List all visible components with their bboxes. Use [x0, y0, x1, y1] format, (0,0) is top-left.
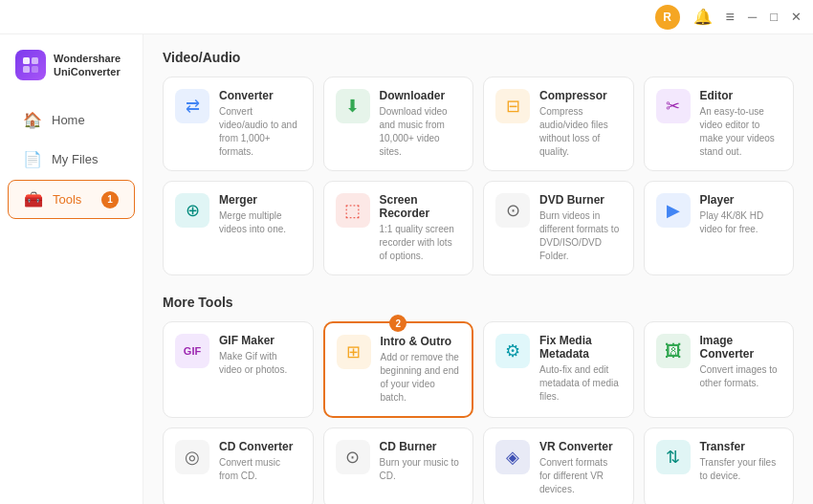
maximize-button[interactable]: □ [770, 10, 778, 24]
tool-editor[interactable]: ✂ Editor An easy-to-use video editor to … [644, 77, 795, 171]
cd-burner-name: CD Burner [380, 440, 462, 453]
sidebar-item-tools[interactable]: 🧰 Tools 1 [8, 180, 135, 219]
logo-icon [15, 50, 46, 80]
vr-converter-icon: ◈ [495, 440, 530, 474]
tool-player[interactable]: ▶ Player Play 4K/8K HD video for free. [644, 181, 795, 275]
transfer-name: Transfer [700, 440, 782, 453]
more-tools-title: More Tools [163, 295, 794, 310]
dvd-burner-name: DVD Burner [539, 193, 622, 207]
tools-badge: 1 [101, 191, 119, 208]
fix-media-name: Fix Media Metadata [539, 334, 622, 361]
sidebar-item-home[interactable]: 🏠 Home [8, 101, 135, 139]
editor-name: Editor [700, 89, 782, 102]
converter-name: Converter [219, 89, 301, 102]
gif-maker-desc: Make Gif with video or photos. [219, 350, 301, 377]
vr-converter-desc: Convert formats for different VR devices… [539, 456, 622, 496]
compressor-name: Compressor [539, 89, 622, 102]
screen-recorder-icon: ⬚ [336, 193, 370, 228]
sidebar-item-label: Home [52, 113, 85, 127]
tool-gif-maker[interactable]: GIF GIF Maker Make Gif with video or pho… [163, 321, 314, 418]
tool-merger[interactable]: ⊕ Merger Merge multiple videos into one. [163, 181, 314, 275]
player-desc: Play 4K/8K HD video for free. [700, 209, 782, 236]
sidebar-item-myfiles[interactable]: 📄 My Files [8, 141, 135, 178]
app-body: Wondershare UniConverter 🏠 Home 📄 My Fil… [0, 34, 813, 504]
tool-cd-converter[interactable]: ◎ CD Converter Convert music from CD. [163, 427, 314, 504]
tool-fix-media[interactable]: ⚙ Fix Media Metadata Auto-fix and edit m… [483, 321, 634, 418]
home-icon: 🏠 [23, 111, 42, 129]
intro-outro-badge: 2 [389, 315, 406, 332]
user-avatar[interactable]: R [655, 5, 680, 30]
tool-converter[interactable]: ⇄ Converter Convert video/audio to and f… [163, 77, 314, 171]
merger-desc: Merge multiple videos into one. [219, 209, 301, 236]
svg-rect-1 [32, 57, 38, 64]
svg-rect-0 [23, 57, 30, 64]
tool-downloader[interactable]: ⬇ Downloader Download video and music fr… [323, 77, 474, 171]
app-logo: Wondershare UniConverter [0, 50, 143, 99]
image-converter-desc: Convert images to other formats. [700, 363, 782, 390]
merger-name: Merger [219, 193, 301, 207]
compressor-desc: Compress audio/video files without loss … [539, 105, 622, 159]
video-audio-section: Video/Audio ⇄ Converter Convert video/au… [163, 50, 794, 275]
svg-rect-2 [23, 66, 30, 73]
tool-cd-burner[interactable]: ⊙ CD Burner Burn your music to CD. [323, 427, 474, 504]
more-tools-grid: GIF GIF Maker Make Gif with video or pho… [163, 321, 794, 504]
tools-icon: 🧰 [24, 190, 43, 208]
compressor-icon: ⊟ [495, 89, 530, 123]
downloader-icon: ⬇ [336, 89, 370, 123]
editor-desc: An easy-to-use video editor to make your… [700, 105, 782, 159]
cd-burner-desc: Burn your music to CD. [380, 456, 462, 483]
video-audio-grid: ⇄ Converter Convert video/audio to and f… [163, 77, 794, 275]
tool-transfer[interactable]: ⇅ Transfer Transfer your files to device… [644, 427, 795, 504]
logo-text: Wondershare UniConverter [54, 52, 121, 79]
sidebar-item-label: My Files [52, 152, 98, 166]
tool-dvd-burner[interactable]: ⊙ DVD Burner Burn videos in different fo… [483, 181, 634, 275]
merger-icon: ⊕ [175, 193, 209, 228]
tool-intro-outro[interactable]: 2 ⊞ Intro & Outro Add or remove the begi… [323, 321, 474, 418]
converter-icon: ⇄ [175, 89, 209, 123]
cd-converter-desc: Convert music from CD. [219, 456, 301, 483]
tool-vr-converter[interactable]: ◈ VR Converter Convert formats for diffe… [483, 427, 634, 504]
gif-maker-icon: GIF [175, 334, 209, 368]
downloader-name: Downloader [380, 89, 462, 102]
image-converter-icon: 🖼 [656, 334, 691, 368]
converter-desc: Convert video/audio to and from 1,000+ f… [219, 105, 301, 159]
dvd-burner-icon: ⊙ [495, 193, 530, 228]
titlebar-controls: R 🔔 ≡ ─ □ ✕ [655, 5, 802, 30]
video-audio-title: Video/Audio [163, 50, 794, 65]
svg-rect-3 [32, 66, 38, 73]
player-icon: ▶ [656, 193, 691, 228]
minimize-button[interactable]: ─ [748, 10, 757, 24]
downloader-desc: Download video and music from 10,000+ vi… [380, 105, 462, 159]
sidebar-nav: 🏠 Home 📄 My Files 🧰 Tools 1 [0, 101, 143, 219]
tool-screen-recorder[interactable]: ⬚ Screen Recorder 1:1 quality screen rec… [323, 181, 474, 275]
hamburger-icon[interactable]: ≡ [726, 9, 735, 26]
fix-media-icon: ⚙ [495, 334, 530, 368]
close-button[interactable]: ✕ [791, 10, 802, 24]
sidebar: Wondershare UniConverter 🏠 Home 📄 My Fil… [0, 34, 143, 504]
fix-media-desc: Auto-fix and edit metadata of media file… [539, 363, 622, 404]
titlebar: R 🔔 ≡ ─ □ ✕ [0, 0, 813, 34]
intro-outro-icon: ⊞ [337, 335, 371, 369]
content-area: Video/Audio ⇄ Converter Convert video/au… [143, 34, 813, 504]
sidebar-item-label: Tools [53, 192, 81, 207]
vr-converter-name: VR Converter [539, 440, 622, 453]
files-icon: 📄 [23, 150, 42, 168]
transfer-desc: Transfer your files to device. [700, 456, 782, 483]
player-name: Player [700, 193, 782, 207]
gif-maker-name: GIF Maker [219, 334, 301, 347]
intro-outro-desc: Add or remove the beginning and end of y… [381, 351, 461, 405]
tool-compressor[interactable]: ⊟ Compressor Compress audio/video files … [483, 77, 634, 171]
screen-recorder-desc: 1:1 quality screen recorder with lots of… [380, 223, 462, 263]
more-tools-section: More Tools GIF GIF Maker Make Gif with v… [163, 295, 794, 504]
cd-converter-icon: ◎ [175, 440, 209, 474]
transfer-icon: ⇅ [656, 440, 691, 474]
screen-recorder-name: Screen Recorder [380, 193, 462, 220]
dvd-burner-desc: Burn videos in different formats to DVD/… [539, 209, 622, 263]
intro-outro-name: Intro & Outro [381, 335, 461, 348]
cd-burner-icon: ⊙ [336, 440, 370, 474]
cd-converter-name: CD Converter [219, 440, 301, 453]
image-converter-name: Image Converter [700, 334, 782, 361]
editor-icon: ✂ [656, 89, 691, 123]
notification-icon[interactable]: 🔔 [693, 8, 713, 26]
tool-image-converter[interactable]: 🖼 Image Converter Convert images to othe… [644, 321, 795, 418]
